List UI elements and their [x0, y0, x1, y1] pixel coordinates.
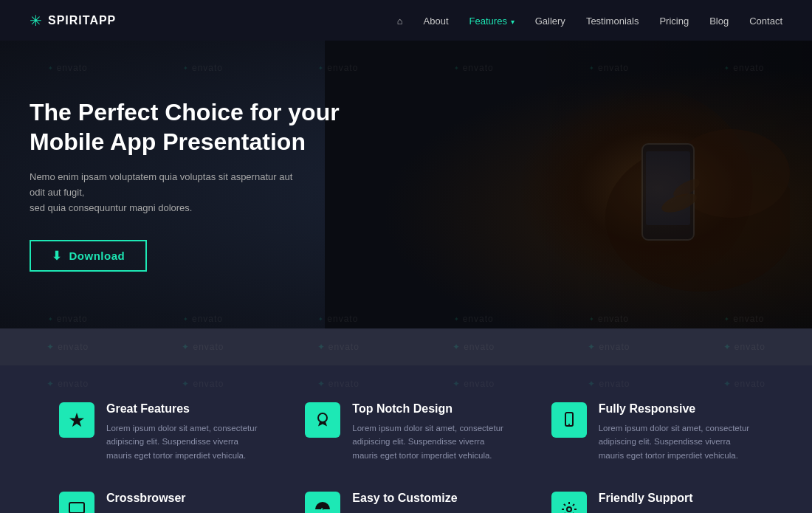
download-button[interactable]: ⬇ Download [30, 240, 147, 272]
gauge-icon [314, 500, 331, 513]
nav-item-home[interactable]: ⌂ [397, 14, 403, 27]
crossbrowser-icon-box [59, 492, 94, 513]
nav-item-features[interactable]: Features ▾ [469, 14, 515, 27]
divider-watermark: ✦envato [182, 342, 224, 352]
top-notch-title: Top Notch Design [352, 402, 506, 416]
features-section: ✦envato ✦envato ✦envato ✦envato ✦envato … [0, 365, 812, 513]
blog-link[interactable]: Blog [709, 16, 729, 27]
feature-item-support: Friendly Support Lorem ipsum dolor sit a… [551, 492, 753, 513]
svg-point-8 [568, 424, 570, 425]
feature-item-great-features: Great Features Lorem ipsum dolor sit ame… [59, 402, 261, 462]
contact-link[interactable]: Contact [749, 16, 782, 27]
watermark-item: ✦envato [47, 379, 89, 389]
customize-title: Easy to Customize [352, 492, 506, 505]
responsive-icon-box [551, 402, 587, 438]
divider-watermark: ✦envato [723, 342, 765, 352]
crossbrowser-text: Crossbrowser Lorem ipsum dolor sit amet,… [106, 492, 261, 513]
hero-title: The Perfect Choice for your Mobile App P… [30, 97, 354, 156]
gear-icon [560, 500, 578, 513]
support-title: Friendly Support [599, 492, 753, 505]
responsive-desc: Lorem ipsum dolor sit amet, consectetur … [599, 421, 753, 462]
svg-point-12 [567, 507, 571, 512]
mobile-icon [560, 411, 578, 429]
divider-watermark: ✦envato [453, 342, 495, 352]
svg-point-6 [318, 413, 327, 422]
gallery-link[interactable]: Gallery [535, 16, 565, 27]
great-features-icon-box [59, 402, 94, 438]
nav-item-contact[interactable]: Contact [749, 14, 782, 27]
navbar: ✳ SPIRITAPP ⌂ About Features ▾ Gallery T… [0, 0, 812, 41]
hero-section: ✦envato ✦envato ✦envato ✦envato ✦envato … [0, 41, 812, 328]
great-features-desc: Lorem ipsum dolor sit amet, consectetur … [106, 421, 261, 462]
nav-item-gallery[interactable]: Gallery [535, 14, 565, 27]
crossbrowser-title: Crossbrowser [106, 492, 261, 505]
watermark-item: ✦envato [723, 379, 765, 389]
feature-item-top-notch: Top Notch Design Lorem ipsum dolor sit a… [305, 402, 506, 462]
watermark-item: ✦envato [588, 379, 630, 389]
features-divider: ✦envato ✦envato ✦envato ✦envato ✦envato … [0, 328, 812, 365]
watermark-item: ✦envato [317, 379, 359, 389]
svg-rect-9 [69, 503, 84, 513]
responsive-text: Fully Responsive Lorem ipsum dolor sit a… [599, 402, 753, 462]
features-link[interactable]: Features ▾ [469, 16, 515, 27]
logo-icon: ✳ [30, 12, 42, 30]
hero-image [325, 41, 812, 328]
nav-item-testimonials[interactable]: Testimonials [586, 14, 639, 27]
feature-item-crossbrowser: Crossbrowser Lorem ipsum dolor sit amet,… [59, 492, 261, 513]
feature-item-customize: Easy to Customize Lorem ipsum dolor sit … [305, 492, 506, 513]
customize-icon-box [305, 492, 340, 513]
responsive-title: Fully Responsive [599, 402, 753, 416]
top-notch-icon-box [305, 402, 340, 438]
about-link[interactable]: About [424, 16, 449, 27]
support-text: Friendly Support Lorem ipsum dolor sit a… [599, 492, 753, 513]
hands-phone-illustration [509, 100, 790, 306]
hero-content: The Perfect Choice for your Mobile App P… [0, 53, 384, 315]
features-grid: Great Features Lorem ipsum dolor sit ame… [59, 402, 753, 513]
hero-subtitle: Nemo enim ipsam voluptatem quia voluptas… [30, 170, 295, 216]
dropdown-arrow-icon: ▾ [509, 18, 515, 26]
great-features-title: Great Features [106, 402, 261, 416]
top-notch-desc: Lorem ipsum dolor sit amet, consectetur … [352, 421, 506, 462]
support-icon-box [551, 492, 587, 513]
nav-links: ⌂ About Features ▾ Gallery Testimonials … [397, 14, 782, 27]
watermark-item: ✦envato [182, 379, 224, 389]
divider-watermark: ✦envato [317, 342, 359, 352]
logo-text: SPIRITAPP [48, 14, 116, 27]
nav-item-blog[interactable]: Blog [709, 14, 729, 27]
watermark-item: ✦envato [453, 379, 495, 389]
divider-watermark: ✦envato [47, 342, 89, 352]
monitor-icon [68, 500, 86, 513]
top-notch-text: Top Notch Design Lorem ipsum dolor sit a… [352, 402, 506, 462]
feature-item-responsive: Fully Responsive Lorem ipsum dolor sit a… [551, 402, 753, 462]
download-label: Download [69, 249, 125, 262]
star-icon [68, 411, 86, 429]
customize-text: Easy to Customize Lorem ipsum dolor sit … [352, 492, 506, 513]
pricing-link[interactable]: Pricing [659, 16, 689, 27]
divider-watermark: ✦envato [588, 342, 630, 352]
logo[interactable]: ✳ SPIRITAPP [30, 12, 116, 30]
testimonials-link[interactable]: Testimonials [586, 16, 639, 27]
nav-item-about[interactable]: About [424, 14, 449, 27]
nav-item-pricing[interactable]: Pricing [659, 14, 689, 27]
download-icon: ⬇ [52, 249, 62, 263]
award-icon [314, 411, 331, 429]
great-features-text: Great Features Lorem ipsum dolor sit ame… [106, 402, 261, 462]
home-link[interactable]: ⌂ [397, 16, 403, 27]
features-watermark-top: ✦envato ✦envato ✦envato ✦envato ✦envato … [0, 379, 812, 389]
